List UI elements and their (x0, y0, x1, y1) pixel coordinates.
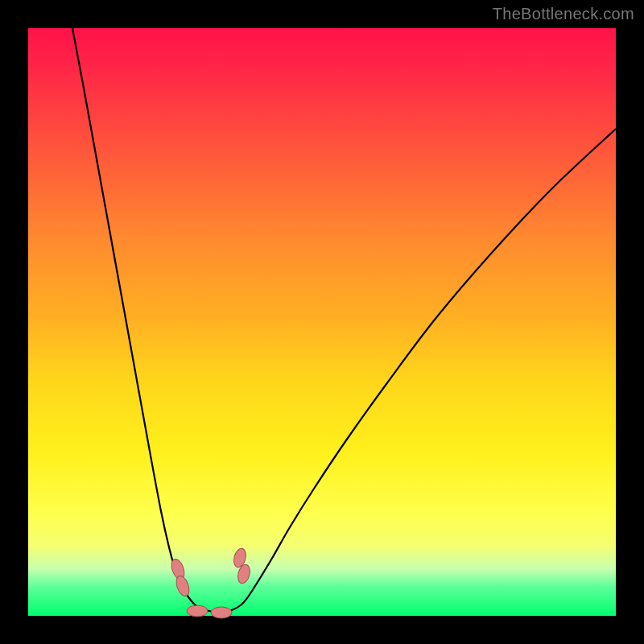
data-marker (187, 605, 208, 617)
watermark-text: TheBottleneck.com (493, 5, 634, 23)
chart-plot-area (28, 28, 616, 616)
left-curve (72, 28, 221, 613)
right-curve (221, 129, 616, 613)
data-markers-group (169, 547, 252, 618)
data-marker (211, 607, 232, 618)
chart-svg (28, 28, 616, 616)
